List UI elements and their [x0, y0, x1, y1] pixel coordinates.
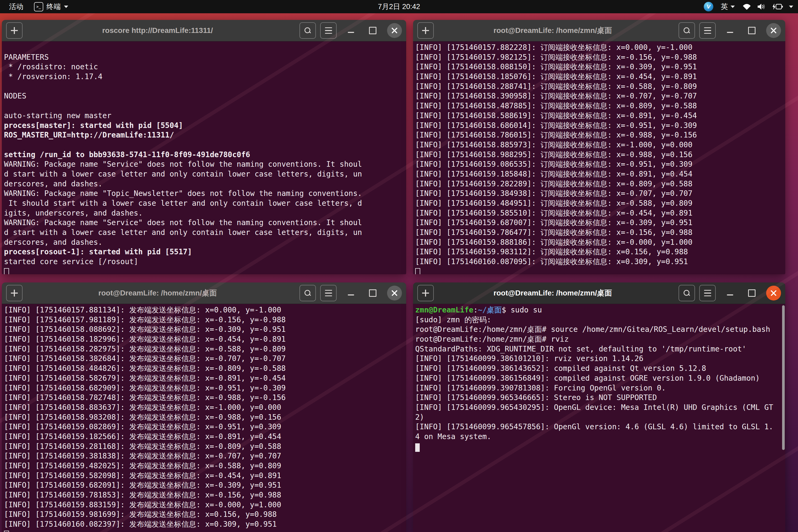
terminal-line: [INFO] [1751460158.786015]: 订阅端接收坐标信息: x… [415, 130, 784, 140]
terminal-line: [INFO] [1751460158.588619]: 订阅端接收坐标信息: x… [415, 111, 784, 121]
vpn-tray-icon[interactable]: V [704, 2, 713, 12]
search-icon [684, 27, 690, 34]
menu-button[interactable] [699, 22, 716, 39]
new-tab-button[interactable] [6, 285, 23, 301]
terminal-line: igits, underscores, and dashes. [4, 208, 405, 218]
chevron-down-icon [730, 5, 735, 8]
close-icon [391, 290, 398, 296]
clock: 7月2日 20:42 [0, 2, 798, 12]
plus-icon [11, 27, 18, 34]
terminal-output-subscriber[interactable]: [INFO] [1751460157.882228]: 订阅端接收坐标信息: x… [413, 41, 785, 274]
close-button[interactable] [387, 23, 402, 38]
maximize-button[interactable] [744, 23, 759, 38]
minimize-button[interactable] [343, 23, 358, 38]
close-button[interactable] [766, 23, 781, 38]
terminal-line: [INFO] [1751460158.682909]: 发布端发送坐标信息: x… [4, 383, 405, 393]
headerbar[interactable]: root@DreamLife: /home/zmn/桌面 [413, 283, 785, 304]
terminal-line: [INFO] [1751460099.390781308]: Forcing O… [415, 383, 784, 393]
terminal-line [4, 82, 405, 92]
terminal-line: [INFO] [1751460099.386143652]: compiled … [415, 364, 784, 374]
maximize-icon [748, 27, 756, 34]
search-button[interactable] [679, 285, 695, 301]
terminal-line [4, 43, 405, 53]
terminal-line: started core service [/rosout] [4, 257, 405, 267]
terminal-line: [INFO] [1751460157.881134]: 发布端发送坐标信息: x… [4, 305, 405, 315]
search-icon [304, 27, 311, 34]
terminal-line: [INFO] [1751460158.088150]: 订阅端接收坐标信息: x… [415, 62, 784, 72]
terminal-output-publisher[interactable]: [INFO] [1751460157.881134]: 发布端发送坐标信息: x… [2, 304, 406, 532]
terminal-line: WARNING: Package name "Service" does not… [4, 218, 405, 228]
menu-button[interactable] [699, 285, 716, 301]
headerbar[interactable]: root@DreamLife: /home/zmn/桌面 [2, 283, 406, 304]
new-tab-button[interactable] [6, 22, 23, 39]
headerbar[interactable]: root@DreamLife: /home/zmn/桌面 [413, 20, 785, 41]
scrollbar-thumb[interactable] [782, 305, 785, 450]
terminal-line: It should start with a lower case letter… [4, 198, 405, 208]
terminal-line: [INFO] [1751460158.382684]: 发布端发送坐标信息: x… [4, 354, 405, 364]
terminal-line: [INFO] [1751460159.281168]: 发布端发送坐标信息: x… [4, 442, 405, 452]
input-method-indicator[interactable]: 英 [721, 2, 735, 12]
terminal-line: [INFO] [1751460158.686014]: 订阅端接收坐标信息: x… [415, 121, 784, 131]
cursor-hollow [4, 531, 9, 532]
terminal-line: [INFO] [1751460158.582679]: 发布端发送坐标信息: x… [4, 374, 405, 383]
hamburger-icon [325, 290, 332, 297]
app-menu-label: 终端 [46, 2, 61, 12]
activities-button[interactable]: 活动 [7, 1, 25, 13]
menu-button[interactable] [320, 285, 337, 301]
terminal-line: [INFO] [1751460099.386101210]: rviz vers… [415, 354, 784, 364]
terminal-output-roscore[interactable]: PARAMETERS * /rosdistro: noetic * /rosve… [2, 41, 406, 274]
cursor-hollow [4, 268, 9, 274]
chevron-down-icon [789, 5, 793, 8]
terminal-line: [INFO] [1751460158.185076]: 订阅端接收坐标信息: x… [415, 72, 784, 82]
close-button[interactable] [766, 286, 781, 301]
terminal-line: ROS_MASTER_URI=http://DreamLife:11311/ [4, 130, 405, 140]
minimize-button[interactable] [723, 23, 738, 38]
minimize-button[interactable] [343, 286, 358, 301]
terminal-line: root@DreamLife:/home/zmn/桌面# source /hom… [415, 325, 784, 335]
headerbar[interactable]: roscore http://DreamLife:11311/ [2, 20, 406, 41]
plus-icon [11, 290, 18, 297]
minimize-button[interactable] [723, 286, 738, 301]
search-button[interactable] [300, 22, 316, 39]
cursor-block [415, 443, 420, 452]
terminal-line: [INFO] [1751460158.484826]: 发布端发送坐标信息: x… [4, 364, 405, 374]
terminal-window-rviz: root@DreamLife: /home/zmn/桌面 zmn@DreamLi… [413, 283, 785, 532]
search-button[interactable] [679, 22, 695, 39]
maximize-button[interactable] [744, 286, 759, 301]
terminal-line: 2) [415, 413, 784, 422]
maximize-button[interactable] [365, 286, 380, 301]
terminal-window-publisher: root@DreamLife: /home/zmn/桌面 [INFO] [175… [2, 283, 406, 532]
terminal-line: [INFO] [1751460099.965430295]: OpenGL de… [415, 403, 784, 413]
terminal-output-rviz[interactable]: zmn@DreamLife:~/桌面$ sudo su[sudo] zmn 的密… [413, 304, 785, 532]
new-tab-button[interactable] [417, 285, 434, 301]
terminal-line: QStandardPaths: XDG_RUNTIME_DIR not set,… [415, 344, 784, 354]
menu-button[interactable] [320, 22, 337, 39]
search-button[interactable] [300, 285, 316, 301]
terminal-line: PARAMETERS [4, 53, 405, 62]
terminal-line: zmn@DreamLife:~/桌面$ sudo su [415, 305, 784, 315]
search-icon [684, 290, 690, 296]
terminal-line: [INFO] [1751460159.384938]: 订阅端接收坐标信息: x… [415, 189, 784, 198]
system-status-area[interactable] [742, 3, 793, 10]
terminal-line: [INFO] [1751460159.781853]: 发布端发送坐标信息: x… [4, 490, 405, 500]
maximize-button[interactable] [365, 23, 380, 38]
plus-icon [422, 27, 429, 34]
terminal-line: [INFO] [1751460158.883637]: 发布端发送坐标信息: x… [4, 403, 405, 413]
close-button[interactable] [387, 286, 402, 301]
terminal-line [415, 442, 784, 452]
terminal-line: [INFO] [1751460159.381838]: 发布端发送坐标信息: x… [4, 451, 405, 461]
maximize-icon [369, 289, 376, 297]
terminal-line: [INFO] [1751460159.888186]: 订阅端接收坐标信息: x… [415, 238, 784, 247]
terminal-line [4, 140, 405, 150]
hamburger-icon [704, 290, 711, 297]
window-title: roscore http://DreamLife:11311/ [34, 26, 281, 35]
clock-label[interactable]: 7月2日 20:42 [375, 2, 423, 12]
cursor-hollow [415, 268, 420, 274]
terminal-line: d start with a lower case letter and onl… [4, 169, 405, 179]
terminal-line: [INFO] [1751460099.965457856]: OpenGl ve… [415, 422, 784, 432]
window-title: root@DreamLife: /home/zmn/桌面 [34, 288, 281, 298]
terminal-line: setting /run_id to bbb93638-5741-11f0-8f… [4, 150, 405, 160]
terminal-window-subscriber: root@DreamLife: /home/zmn/桌面 [INFO] [175… [413, 20, 785, 274]
new-tab-button[interactable] [417, 22, 434, 39]
app-menu[interactable]: >_ 终端 [34, 2, 68, 12]
